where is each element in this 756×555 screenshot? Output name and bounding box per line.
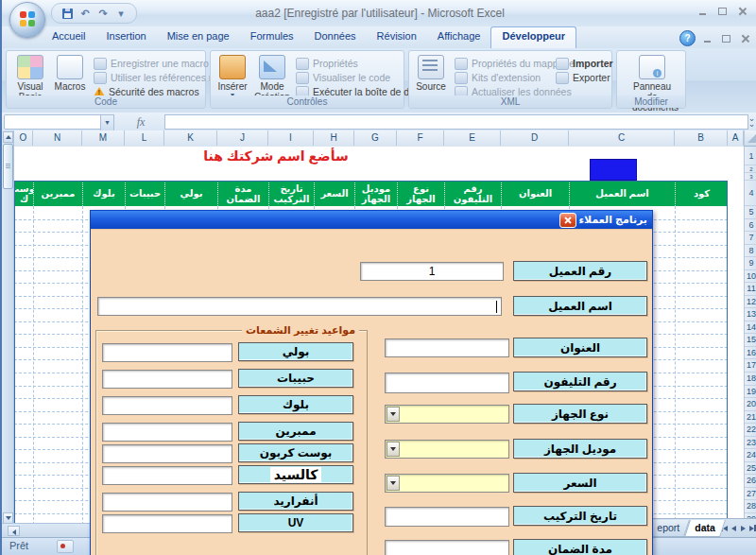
column-header-J[interactable]: J: [217, 130, 268, 146]
field-combobox-5[interactable]: [385, 440, 509, 459]
row-header-15[interactable]: 15: [745, 334, 756, 347]
column-header-O[interactable]: O: [14, 130, 33, 146]
record-macro-button[interactable]: Enregistrer une macro: [94, 57, 209, 70]
macros-button[interactable]: Macros: [50, 54, 90, 92]
field-textbox-7[interactable]: [385, 507, 509, 527]
minimize-button[interactable]: [695, 5, 711, 17]
office-button[interactable]: [9, 2, 45, 38]
row-header-9[interactable]: 9: [745, 257, 756, 270]
name-box[interactable]: [4, 114, 101, 130]
field-combobox-6[interactable]: [385, 474, 509, 493]
restore-button[interactable]: [714, 5, 730, 17]
field-textbox-1[interactable]: [97, 297, 502, 316]
column-header-F[interactable]: F: [397, 130, 444, 146]
tab-accueil[interactable]: Accueil: [42, 26, 95, 48]
export-button[interactable]: Exporter: [556, 71, 610, 84]
next-sheet-button[interactable]: [739, 522, 747, 534]
row-header-14[interactable]: 14: [745, 321, 756, 335]
formula-bar-expand-button[interactable]: ⌄⌄: [747, 115, 756, 128]
scroll-left-button[interactable]: [8, 526, 20, 536]
row-header-7[interactable]: 7: [745, 232, 756, 245]
combo-dropdown-button[interactable]: [387, 476, 400, 491]
column-header-D[interactable]: D: [501, 130, 569, 146]
expansion-packs-button[interactable]: Kits d'extension: [455, 71, 541, 84]
field-textbox-0[interactable]: 1: [360, 262, 504, 281]
column-header-L[interactable]: L: [125, 130, 164, 146]
row-header-26[interactable]: 26: [745, 475, 756, 488]
column-header-H[interactable]: H: [314, 130, 354, 146]
row-header-4[interactable]: 4: [745, 181, 756, 206]
field-textbox-8[interactable]: [385, 540, 509, 555]
tab-formules[interactable]: Formules: [240, 26, 304, 48]
row-header-16[interactable]: 16: [745, 347, 756, 360]
row-header-20[interactable]: 20: [745, 398, 756, 411]
row-header-8[interactable]: 8: [745, 245, 756, 258]
row-header-22[interactable]: 22: [745, 424, 756, 437]
select-all-corner[interactable]: [744, 130, 756, 147]
tab-insertion[interactable]: Insertion: [95, 26, 156, 48]
candle-textbox-1[interactable]: [102, 370, 232, 389]
properties-button[interactable]: Propriétés: [296, 57, 358, 70]
source-button[interactable]: Source: [411, 54, 451, 92]
help-button[interactable]: ?: [679, 30, 696, 46]
horizontal-scrollbar[interactable]: [2, 523, 90, 538]
view-code-button[interactable]: Visualiser le code: [296, 71, 390, 84]
column-header-E[interactable]: E: [444, 130, 501, 146]
row-header-21[interactable]: 21: [745, 411, 756, 425]
column-header-A[interactable]: A: [728, 130, 744, 146]
column-header-M[interactable]: M: [82, 130, 125, 146]
column-header-G[interactable]: G: [354, 130, 397, 146]
workbook-minimize-button[interactable]: [700, 33, 714, 44]
combo-dropdown-button[interactable]: [387, 442, 400, 457]
column-header-B[interactable]: B: [675, 130, 728, 146]
tab-révision[interactable]: Révision: [367, 26, 427, 48]
row-header-17[interactable]: 17: [745, 359, 756, 373]
close-button[interactable]: [734, 5, 750, 17]
formula-input[interactable]: [164, 114, 748, 130]
userform-close-button[interactable]: [559, 213, 576, 228]
macro-record-button[interactable]: [57, 540, 74, 553]
tab-données[interactable]: Données: [304, 26, 367, 48]
row-header-13[interactable]: 13: [745, 308, 756, 321]
vertical-scrollbar[interactable]: [2, 130, 14, 525]
field-combobox-4[interactable]: [385, 405, 509, 424]
row-header-5[interactable]: 5: [745, 206, 756, 219]
sheet-tab-data[interactable]: data: [684, 520, 725, 537]
row-header-19[interactable]: 19: [745, 386, 756, 399]
row-header-25[interactable]: 25: [745, 462, 756, 476]
field-textbox-3[interactable]: [385, 373, 509, 393]
last-sheet-button[interactable]: [748, 522, 756, 534]
vertical-scroll-thumb[interactable]: [3, 144, 13, 189]
scroll-up-button[interactable]: [3, 131, 13, 143]
candle-textbox-6[interactable]: [102, 493, 232, 512]
import-button[interactable]: Importer: [556, 57, 613, 70]
row-header-1[interactable]: 1: [745, 147, 756, 165]
tab-développeur[interactable]: Développeur: [490, 26, 576, 48]
row-header-11[interactable]: 11: [745, 283, 756, 296]
row-header-10[interactable]: 10: [745, 270, 756, 284]
row-header-3[interactable]: 3: [745, 173, 756, 181]
combo-dropdown-button[interactable]: [387, 407, 400, 422]
candle-textbox-0[interactable]: [102, 343, 232, 362]
previous-sheet-button[interactable]: [730, 522, 738, 534]
field-textbox-2[interactable]: [385, 338, 509, 357]
workbook-restore-button[interactable]: [719, 33, 733, 44]
column-header-K[interactable]: K: [164, 130, 217, 146]
row-header-28[interactable]: 28: [745, 500, 756, 513]
column-header-I[interactable]: I: [268, 130, 314, 146]
candle-textbox-2[interactable]: [102, 396, 232, 415]
name-box-dropdown[interactable]: ▼: [100, 114, 114, 131]
row-header-12[interactable]: 12: [745, 296, 756, 309]
candle-textbox-7[interactable]: [102, 514, 232, 533]
row-header-18[interactable]: 18: [745, 373, 756, 386]
row-header-27[interactable]: 27: [745, 488, 756, 501]
insert-control-button[interactable]: Insérer ▾: [213, 54, 252, 98]
row-header-23[interactable]: 23: [745, 437, 756, 450]
candle-textbox-5[interactable]: [102, 466, 232, 485]
userform-title-bar[interactable]: برنامج العملاء: [91, 211, 652, 229]
candle-textbox-3[interactable]: [102, 423, 232, 442]
tab-affichage[interactable]: Affichage: [427, 26, 491, 48]
workbook-close-button[interactable]: [738, 33, 752, 44]
candle-textbox-4[interactable]: [102, 444, 232, 463]
column-header-N[interactable]: N: [33, 130, 82, 146]
